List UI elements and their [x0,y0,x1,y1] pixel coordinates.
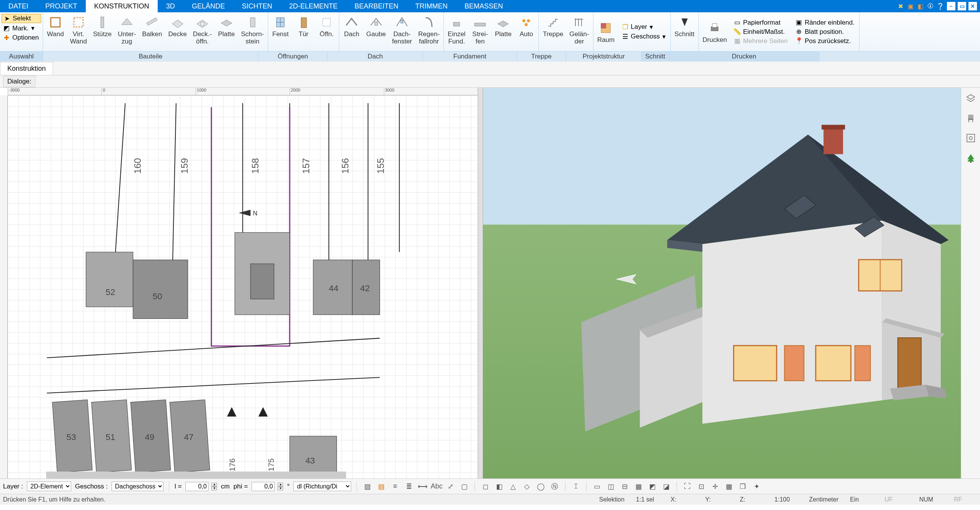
tuer-button[interactable]: Tür [293,13,314,39]
mark-button[interactable]: ◩ Mark. ▾ [2,24,41,33]
menu-bearbeiten[interactable]: BEARBEITEN [346,0,407,12]
cursor-mode-icon[interactable]: 𝙸 [571,482,581,492]
tree-icon[interactable] [965,152,977,164]
fund-auto-button[interactable]: Auto [515,13,537,39]
help-icon[interactable]: ❔ [936,2,945,10]
title-icons: ✖ ▣ ◧ 🛈 ❔ – ▭ ✕ [896,0,980,12]
menu-trimmen[interactable]: TRIMMEN [407,0,456,12]
gelaender-button[interactable]: Gelän- der [567,13,592,46]
dachfenster-button[interactable]: Dach- fenster [390,13,414,46]
gaube-button[interactable]: Gaube [364,13,388,39]
tool-icon-1[interactable]: ✖ [896,2,905,10]
regenfallrohr-button[interactable]: Regen- fallrohr [416,13,442,46]
tool-icon-hatch2[interactable]: ▤ [376,482,386,492]
raender-button[interactable]: ▣Ränder einblend. [794,18,856,27]
layer-dropdown[interactable]: ❐Layer▾ [620,23,667,32]
view-split-v-icon[interactable]: ◫ [606,482,616,492]
tool-icon-3[interactable]: ◧ [916,2,925,10]
treppe-button[interactable]: Treppe [540,13,565,39]
view-split-h-icon[interactable]: ⊟ [620,482,630,492]
view-splitter[interactable] [478,88,483,478]
dl-select[interactable]: dl (Richtung/Di [293,482,351,491]
chair-icon[interactable] [965,112,977,124]
window-minimize[interactable]: – [947,2,955,10]
menu-konstruktion[interactable]: KONSTRUKTION [86,0,158,12]
window-close[interactable]: ✕ [968,2,977,10]
unterzug-button[interactable]: Unter- zug [115,13,138,46]
tool-icon-dim[interactable]: ⟷ [418,482,428,492]
drucken-button[interactable]: Drucken [700,19,729,45]
menu-sichten[interactable]: SICHTEN [233,0,281,12]
streifen-button[interactable]: Strei- fen [469,13,491,46]
tool-icon-box[interactable]: ▢ [459,482,469,492]
layer-select[interactable]: 2D-Element [27,482,71,491]
menu-2d-elemente[interactable]: 2D-ELEMENTE [281,0,346,12]
optionen-button[interactable]: ✚ Optionen [2,33,41,42]
layers-icon[interactable] [965,92,977,104]
tool-icon-2[interactable]: ▣ [906,2,915,10]
layers-toggle-icon[interactable]: ❐ [738,482,748,492]
menu-projekt[interactable]: PROJEKT [37,0,86,12]
stuetze-button[interactable]: Stütze [91,13,114,39]
view-3d[interactable] [483,88,961,478]
snap-circle-icon[interactable]: ◯ [536,482,546,492]
snap-plus-icon[interactable]: ✛ [710,482,720,492]
focus-icon[interactable] [965,132,977,144]
zoom-extents-icon[interactable]: ⛶ [682,482,692,492]
grid-toggle-icon[interactable]: ▦ [724,482,734,492]
tool-icon-arrow[interactable]: ⤢ [445,482,455,492]
view-quad-icon[interactable]: ▦ [633,482,643,492]
schornstein-button[interactable]: Schorn- stein [239,13,267,46]
menu-datei[interactable]: DATEI [0,0,37,12]
snap-endpoint-icon[interactable]: ◻ [480,482,490,492]
tool-icon-abc[interactable]: Abc [432,482,442,492]
tool-icon-list[interactable]: ≣ [404,482,414,492]
virt-wand-button[interactable]: Virt. Wand [68,13,89,46]
tool-icon-4[interactable]: 🛈 [926,2,935,10]
phi-input[interactable] [252,482,275,491]
scrollbar-horizontal[interactable] [46,472,346,478]
zoom-sel-icon[interactable]: ⊡ [696,482,706,492]
decke-button[interactable]: Decke [166,13,189,39]
tool-icon-lines[interactable]: ≡ [390,482,400,492]
view-tri1-icon[interactable]: ◩ [647,482,657,492]
l-input[interactable] [185,482,208,491]
papierformat-button[interactable]: ▭Papierformat [732,18,789,27]
blatt-pos-button[interactable]: ⊕Blatt position. [794,28,856,36]
selekt-button[interactable]: ➤ Selekt [2,14,41,23]
dach-button[interactable]: Dach [341,13,362,39]
snap-peak-icon[interactable]: △ [508,482,518,492]
menu-3d[interactable]: 3D [158,0,183,12]
explode-icon[interactable]: ✦ [752,482,762,492]
menu-gelaende[interactable]: GELÄNDE [183,0,233,12]
snap-diamond-icon[interactable]: ◇ [522,482,532,492]
mehrere-seiten-button[interactable]: ▦Mehrere Seiten [732,37,789,45]
geschoss-select[interactable]: Dachgeschoss [112,482,163,491]
schnitt-button[interactable]: Schnitt [672,13,697,39]
snap-n-icon[interactable]: Ⓝ [550,482,560,492]
balken-button[interactable]: Balken [140,13,164,39]
tool-icon-hatch1[interactable]: ▨ [362,482,372,492]
raum-button[interactable]: Raum [595,19,617,45]
einzelfund-button[interactable]: Einzel Fund. [445,13,468,46]
panel-tab-konstruktion[interactable]: Konstruktion [0,62,53,75]
oeffn-button[interactable]: Öffn. [316,13,337,39]
view-tri2-icon[interactable]: ◪ [661,482,671,492]
view-single-icon[interactable]: ▭ [592,482,602,492]
pos-reset-button[interactable]: 📍Pos zurücksetz. [794,37,856,45]
svg-text:157: 157 [301,158,311,174]
fund-platte-button[interactable]: Platte [492,13,514,39]
view-2d[interactable]: -3000 0 1000 2000 3000 [0,88,478,478]
snap-mid-icon[interactable]: ◧ [494,482,504,492]
menu-bemassen[interactable]: BEMASSEN [456,0,512,12]
geschoss-dropdown[interactable]: ☰Geschoss▾ [620,32,667,41]
l-spinner[interactable]: ▲▼ [212,483,217,490]
fenster-button[interactable]: Fenst [270,13,291,39]
window-restore[interactable]: ▭ [958,2,966,10]
wand-button[interactable]: Wand [45,13,66,39]
layer-label: Layer : [3,483,23,490]
phi-spinner[interactable]: ▲▼ [278,483,283,490]
einheit-button[interactable]: 📏Einheit/Maßst. [732,28,789,36]
platte-button[interactable]: Platte [216,13,237,39]
deckoeffn-button[interactable]: Deck.- öffn. [191,13,214,46]
